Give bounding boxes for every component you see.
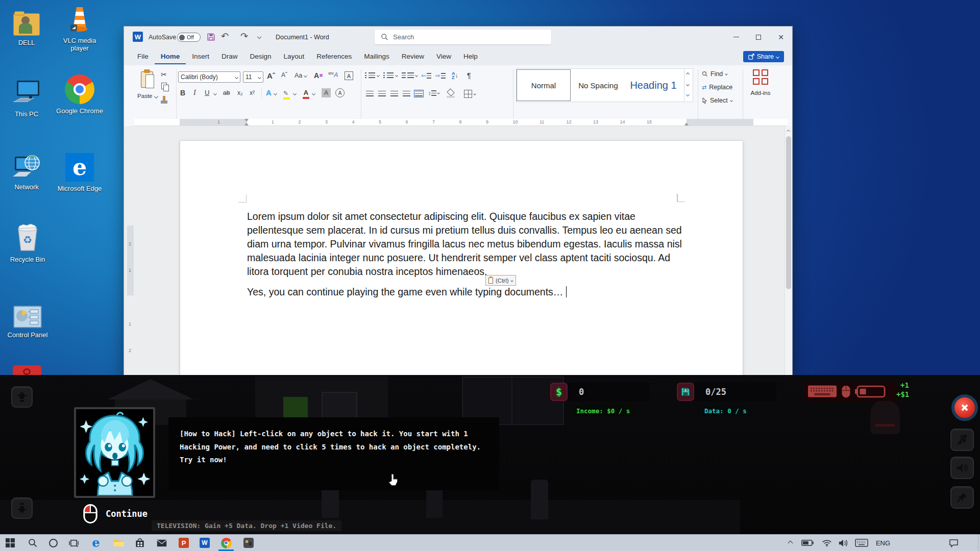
taskbar-game[interactable] xyxy=(238,535,259,551)
desktop-icon-recycle-bin[interactable]: ♻ Recycle Bin xyxy=(1,223,54,263)
shading-icon[interactable] xyxy=(447,90,455,98)
autosave-toggle[interactable]: Off xyxy=(177,33,201,42)
text-effects-icon[interactable]: A xyxy=(266,88,272,97)
tab-view[interactable]: View xyxy=(430,48,457,64)
tray-language[interactable]: ENG xyxy=(871,535,895,551)
format-painter-icon[interactable] xyxy=(161,96,167,104)
align-right-icon[interactable] xyxy=(390,91,398,96)
font-name-select[interactable]: Calibri (Body) xyxy=(178,71,240,83)
subscript-icon[interactable]: x₂ xyxy=(237,89,243,96)
maximize-button[interactable] xyxy=(747,27,770,47)
font-color-icon[interactable]: A xyxy=(303,88,309,99)
multilevel-list-icon[interactable] xyxy=(402,72,418,78)
share-button[interactable]: Share xyxy=(743,51,784,62)
font-color-arrow[interactable] xyxy=(312,92,315,95)
desktop-icon-dell[interactable]: DELL xyxy=(0,6,53,46)
tray-volume[interactable] xyxy=(833,535,853,551)
search-input[interactable]: Search xyxy=(375,30,551,44)
paste-options-button[interactable]: (Ctrl) xyxy=(485,275,516,286)
borders-icon[interactable] xyxy=(464,90,476,98)
document-paragraph-1[interactable]: Lorem ipsum dolor sit amet consectetur a… xyxy=(247,210,686,279)
show-desktop-button[interactable] xyxy=(978,535,980,551)
taskbar-word[interactable]: W xyxy=(194,535,215,551)
tab-mailings[interactable]: Mailings xyxy=(358,48,396,64)
taskbar-store[interactable] xyxy=(130,535,150,551)
tab-insert[interactable]: Insert xyxy=(186,48,215,64)
mouse-upgrade-icon[interactable] xyxy=(841,385,851,398)
highlight-arrow[interactable] xyxy=(293,92,297,95)
tab-references[interactable]: References xyxy=(310,48,358,64)
pilcrow-icon[interactable]: ¶ xyxy=(467,71,471,80)
keyboard-upgrade-icon[interactable] xyxy=(807,385,837,398)
tab-help[interactable]: Help xyxy=(457,48,484,64)
close-button[interactable]: ✕ xyxy=(770,27,792,47)
enclose-characters-icon[interactable]: A xyxy=(335,88,345,97)
select-button[interactable]: Select xyxy=(702,97,732,104)
bold-icon[interactable]: B xyxy=(180,89,185,97)
start-button[interactable] xyxy=(0,535,20,551)
music-toggle-button[interactable] xyxy=(950,429,974,451)
save-icon[interactable] xyxy=(207,33,215,43)
align-center-icon[interactable] xyxy=(378,91,386,96)
desktop-icon-vlc[interactable]: VLC media player xyxy=(53,4,106,52)
style-heading1[interactable]: Heading 1 xyxy=(626,69,681,101)
tab-home[interactable]: Home xyxy=(155,48,186,64)
desktop-icon-chrome[interactable]: Google Chrome xyxy=(53,74,106,115)
numbering-icon[interactable] xyxy=(383,72,398,78)
justify-icon[interactable] xyxy=(403,91,410,96)
taskbar-edge[interactable]: e xyxy=(86,535,106,551)
battery-upgrade-icon[interactable] xyxy=(855,385,886,398)
line-spacing-icon[interactable]: ↕ xyxy=(428,90,439,96)
clear-formatting-icon[interactable]: A✖ xyxy=(314,71,323,80)
increase-indent-icon[interactable]: ⇨ xyxy=(435,72,446,79)
minimize-button[interactable] xyxy=(725,27,747,47)
tab-file[interactable]: File xyxy=(131,48,155,64)
cut-icon[interactable]: ✂ xyxy=(161,70,167,79)
style-normal[interactable]: Normal xyxy=(517,69,571,101)
scroll-down-button[interactable] xyxy=(11,497,33,519)
taskbar-chrome[interactable] xyxy=(216,535,236,551)
character-shading-icon[interactable]: A xyxy=(322,88,331,97)
highlight-icon[interactable]: ✎ xyxy=(283,88,290,99)
word-titlebar[interactable]: W AutoSave Off ↶ ↷ Document1 - Word Sear… xyxy=(124,27,792,47)
vertical-ruler[interactable]: 21123456 xyxy=(127,226,134,378)
tab-design[interactable]: Design xyxy=(244,48,278,64)
taskbar-mail[interactable] xyxy=(152,535,172,551)
taskbar-search-button[interactable] xyxy=(22,535,43,551)
italic-icon[interactable]: I xyxy=(193,89,196,97)
tab-review[interactable]: Review xyxy=(396,48,430,64)
qat-more-icon[interactable] xyxy=(257,35,261,39)
desktop-icon-this-pc[interactable]: This PC xyxy=(0,78,53,118)
shrink-font-icon[interactable]: Aˇ xyxy=(281,71,287,79)
font-size-select[interactable]: 11 xyxy=(243,71,263,83)
cortana-button[interactable] xyxy=(43,535,63,551)
strikethrough-icon[interactable]: ab xyxy=(223,89,230,96)
tab-layout[interactable]: Layout xyxy=(278,48,311,64)
grow-font-icon[interactable]: Aˆ xyxy=(267,71,275,80)
phonetic-guide-icon[interactable]: abcA xyxy=(328,71,338,79)
sort-icon[interactable]: AZ↓ xyxy=(452,71,458,80)
decrease-indent-icon[interactable]: ⇦ xyxy=(421,72,431,79)
right-indent-marker[interactable] xyxy=(684,122,689,126)
action-center-button[interactable] xyxy=(943,535,964,551)
tray-touch-keyboard[interactable] xyxy=(851,535,872,551)
underline-arrow[interactable] xyxy=(213,92,217,95)
text-effects-arrow[interactable] xyxy=(274,92,277,95)
desktop-icon-edge[interactable]: e Microsoft Edge xyxy=(53,152,106,192)
styles-scroll-up[interactable] xyxy=(686,72,690,76)
tray-battery[interactable] xyxy=(797,535,818,551)
game-close-button[interactable] xyxy=(951,394,978,421)
vertical-scrollbar[interactable] xyxy=(785,126,792,378)
sound-toggle-button[interactable] xyxy=(950,457,974,479)
undo-icon[interactable]: ↶ xyxy=(221,31,229,42)
scrollbar-up-arrow[interactable] xyxy=(787,130,790,133)
first-line-indent-marker[interactable] xyxy=(244,119,249,122)
character-border-icon[interactable]: A xyxy=(345,71,353,80)
addins-icon[interactable] xyxy=(753,69,768,85)
addins-button-label[interactable]: Add-ins xyxy=(751,90,771,96)
copy-icon[interactable] xyxy=(161,83,167,89)
desktop-icon-control-panel[interactable]: Control Panel xyxy=(1,298,54,339)
scroll-up-button[interactable] xyxy=(11,386,33,408)
pin-toggle-button[interactable] xyxy=(950,486,974,509)
find-button[interactable]: Find xyxy=(702,70,727,78)
